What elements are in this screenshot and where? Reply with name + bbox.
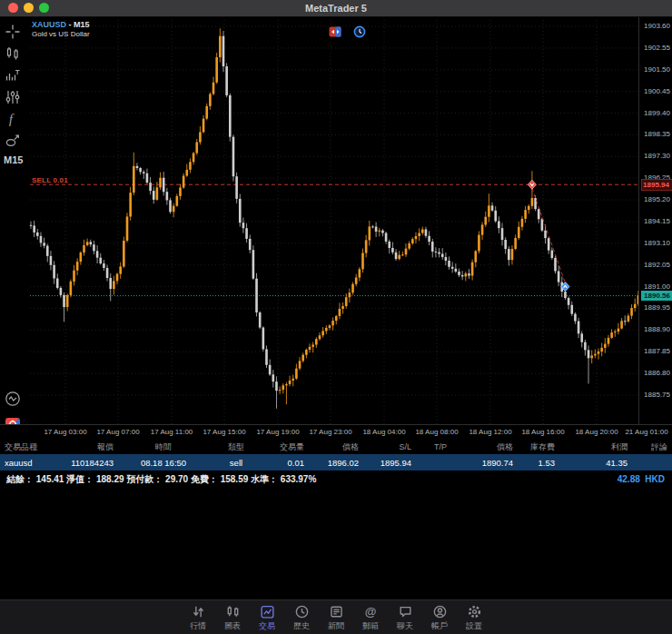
candle-body — [295, 369, 298, 379]
candle-body — [375, 227, 378, 232]
candle-body — [365, 240, 368, 253]
candle-body — [301, 355, 304, 362]
indicators-icon[interactable] — [5, 67, 21, 84]
candle-body — [574, 314, 577, 322]
position-cell[interactable]: 41.35 — [559, 458, 632, 468]
positions-header-row: 交易品種報價時間類型交易量價格S/LT/P價格庫存費利潤評論 — [0, 440, 672, 454]
candle-body — [541, 219, 544, 231]
sell-position-label[interactable]: SELL 0.01 — [32, 176, 68, 184]
candle-body — [179, 188, 182, 196]
nav-tab-history[interactable]: 歷史 — [284, 600, 319, 634]
price-axis[interactable]: 1903.601902.551901.501900.451899.401898.… — [638, 16, 672, 424]
candle-body — [249, 239, 252, 250]
candle-body — [405, 249, 408, 255]
chart-timeframe[interactable]: M15 — [74, 20, 90, 29]
position-cell[interactable]: 1896.02 — [309, 458, 363, 468]
nav-tab-account[interactable]: 帳戶 — [422, 600, 457, 634]
candle-body — [544, 231, 547, 238]
one-click-panel-icon[interactable] — [329, 25, 341, 42]
news-icon — [329, 604, 344, 619]
nav-tab-label: 帳戶 — [431, 620, 448, 632]
candle-body — [176, 196, 179, 206]
candle-body — [438, 253, 440, 254]
candle-body — [66, 295, 69, 307]
candle-body — [428, 236, 430, 242]
candle-body — [538, 209, 540, 219]
candle-body — [222, 36, 225, 66]
positions-header-cell: 利潤 — [559, 441, 632, 453]
objects-icon[interactable] — [5, 133, 21, 149]
candle-body — [381, 231, 384, 233]
position-cell[interactable]: 110184243 — [50, 458, 118, 468]
candle-body — [401, 254, 404, 255]
minimize-window-button[interactable] — [24, 3, 34, 13]
nav-tab-quotes[interactable]: 行情 — [181, 600, 215, 634]
time-axis[interactable]: 17 Aug 03:0017 Aug 07:0017 Aug 11:0017 A… — [0, 424, 672, 441]
account-metric: 結餘： 145.41 — [6, 474, 66, 484]
candle-body — [369, 226, 371, 240]
nav-tab-news[interactable]: 新聞 — [319, 600, 353, 634]
mail-icon: @ — [365, 604, 377, 619]
position-cell[interactable]: 1.53 — [518, 458, 559, 468]
position-cell[interactable]: xauusd — [0, 458, 50, 468]
close-window-button[interactable] — [8, 3, 18, 13]
nav-tab-label: 歷史 — [293, 620, 310, 632]
time-tick: 21 Aug 01:00 — [615, 428, 672, 436]
candle-body — [614, 332, 617, 332]
candle-body — [149, 183, 152, 191]
zoom-window-button[interactable] — [39, 3, 49, 13]
candle-body — [461, 275, 464, 276]
crosshair-icon[interactable] — [5, 24, 21, 40]
candle-body — [359, 269, 361, 277]
candle-body — [56, 279, 59, 288]
function-icon[interactable]: f — [5, 111, 21, 127]
market-clock-icon[interactable] — [353, 25, 366, 42]
candle-body — [474, 251, 477, 262]
candle-body — [325, 328, 328, 331]
candle-body — [96, 251, 99, 257]
nav-tab-mail[interactable]: @郵箱 — [353, 600, 388, 634]
bottom-navigation: 行情圖表交易歷史新聞@郵箱聊天帳戶設置 — [0, 599, 672, 634]
nav-tab-charts[interactable]: 圖表 — [215, 600, 250, 634]
positions-header-cell: 報價 — [50, 441, 118, 453]
quick-chart-icon[interactable] — [5, 391, 21, 407]
positions-header-cell: 評論 — [632, 441, 672, 453]
position-cell[interactable]: 1890.74 — [465, 458, 518, 468]
price-tick: 1899.40 — [639, 109, 670, 118]
candle-body — [408, 243, 410, 249]
candle-body — [451, 267, 454, 269]
candle-body — [608, 338, 610, 344]
nav-tab-trade[interactable]: 交易 — [250, 600, 284, 634]
candle-body — [501, 228, 504, 240]
candle-body — [40, 236, 43, 243]
chart-settings-icon[interactable] — [5, 89, 21, 105]
chart-toolbar: f M15 — [0, 16, 25, 441]
svg-text:f: f — [9, 113, 15, 126]
history-icon — [294, 604, 310, 619]
position-cell[interactable]: 0.01 — [263, 458, 309, 468]
candle-body — [136, 166, 139, 168]
candle-body — [143, 172, 145, 173]
position-cell[interactable]: 08.18 16:50 — [118, 458, 209, 468]
chart-symbol[interactable]: XAUUSD — [32, 20, 66, 29]
candlestick-style-icon[interactable] — [5, 45, 21, 62]
position-row[interactable]: xauusd11018424308.18 16:50sell0.011896.0… — [0, 454, 672, 471]
positions-header-cell: 類型 — [209, 441, 263, 453]
candle-body — [70, 282, 73, 295]
nav-tab-chat[interactable]: 聊天 — [388, 600, 422, 634]
candle-body — [491, 205, 494, 210]
candle-body — [498, 221, 500, 228]
price-tick: 1898.35 — [639, 130, 670, 139]
position-cell[interactable]: 1895.94 — [363, 458, 416, 468]
candle-body — [415, 236, 418, 239]
candle-body — [285, 384, 288, 385]
position-cell[interactable]: sell — [209, 458, 263, 468]
candle-body — [518, 227, 520, 238]
candle-body — [89, 242, 92, 244]
candle-body — [578, 322, 580, 334]
timeframe-label[interactable]: M15 — [4, 154, 23, 165]
candlestick-chart[interactable] — [0, 0, 672, 490]
candle-body — [445, 257, 448, 261]
nav-tab-settings[interactable]: 設置 — [457, 600, 491, 634]
positions-header-cell: 價格 — [465, 441, 518, 453]
